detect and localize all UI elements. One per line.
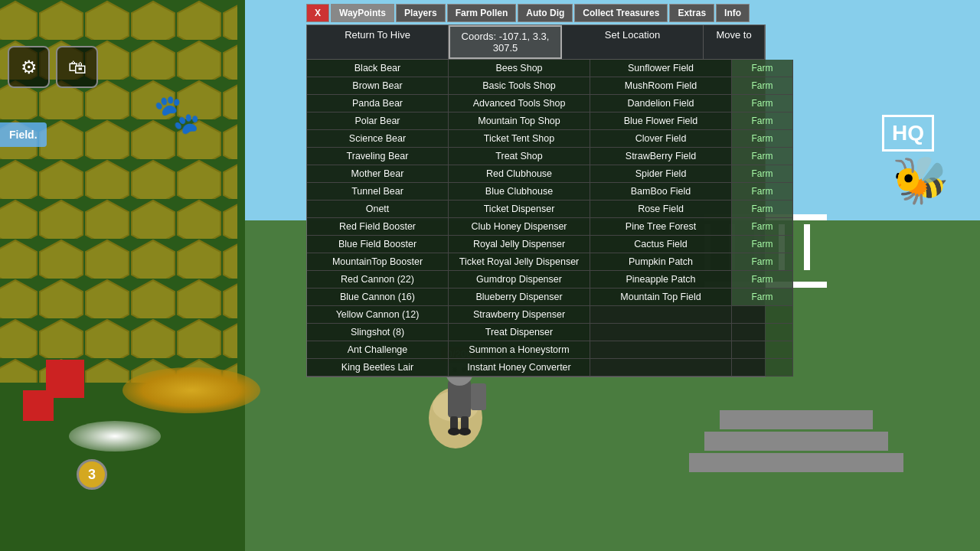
farm-btn-6[interactable]: Farm	[732, 165, 793, 183]
waypoint-col2-17[interactable]: Instant Honey Converter	[449, 359, 590, 377]
farm-btn-2[interactable]: Farm	[732, 95, 793, 112]
farm-btn-17	[732, 359, 793, 377]
waypoint-col1-15[interactable]: Slingshot (8)	[307, 324, 449, 341]
waypoint-col2-11[interactable]: Ticket Royal Jelly Dispenser	[449, 253, 590, 271]
waypoints-grid: Black BearBees ShopSunflower FieldFarmBr…	[307, 60, 765, 377]
waypoint-col2-5[interactable]: Treat Shop	[449, 148, 590, 165]
main-panel: X WayPoints Players Farm Pollen Auto Dig…	[306, 4, 766, 377]
settings-button[interactable]: ⚙	[8, 46, 50, 88]
waypoint-col1-11[interactable]: MountainTop Booster	[307, 253, 449, 271]
farm-btn-5[interactable]: Farm	[732, 148, 793, 165]
set-location-button[interactable]: Set Location	[562, 25, 704, 59]
farm-btn-7[interactable]: Farm	[732, 183, 793, 201]
bag-icon: 🛍	[68, 57, 87, 78]
farm-btn-13[interactable]: Farm	[732, 289, 793, 306]
ground-circle	[122, 367, 260, 413]
waypoint-col3-11[interactable]: Pumpkin Patch	[590, 253, 732, 271]
farm-btn-3[interactable]: Farm	[732, 112, 793, 130]
waypoint-col3-7[interactable]: BamBoo Field	[590, 183, 732, 201]
waypoint-col1-16[interactable]: Ant Challenge	[307, 341, 449, 359]
farm-btn-0[interactable]: Farm	[732, 60, 793, 77]
waypoint-col3-5[interactable]: StrawBerry Field	[590, 148, 732, 165]
waypoint-col1-5[interactable]: Traveling Bear	[307, 148, 449, 165]
waypoint-col3-4[interactable]: Clover Field	[590, 130, 732, 148]
waypoint-col2-6[interactable]: Red Clubhouse	[449, 165, 590, 183]
waypoint-col2-14[interactable]: Strawberry Dispenser	[449, 306, 590, 324]
return-to-hive-button[interactable]: Return To Hive	[307, 25, 449, 59]
farm-btn-8[interactable]: Farm	[732, 201, 793, 218]
farm-pollen-button[interactable]: Farm Pollen	[447, 4, 517, 22]
yellow-animal: 🐝	[892, 153, 949, 207]
waypoint-col3-13[interactable]: Mountain Top Field	[590, 289, 732, 306]
waypoint-col2-2[interactable]: Advanced Tools Shop	[449, 95, 590, 112]
waypoint-col2-3[interactable]: Mountain Top Shop	[449, 112, 590, 130]
red-box-2	[23, 390, 54, 421]
move-to-button[interactable]: Move to	[704, 25, 765, 59]
coords-row: Return To Hive Coords: -107.1, 3.3, 307.…	[307, 25, 765, 60]
waypoint-col2-10[interactable]: Royal Jelly Dispenser	[449, 236, 590, 253]
waypoint-col1-10[interactable]: Blue Field Booster	[307, 236, 449, 253]
waypoint-col1-12[interactable]: Red Cannon (22)	[307, 271, 449, 289]
dark-animal-figure: 🐾	[153, 92, 201, 136]
waypoint-col3-8[interactable]: Rose Field	[590, 201, 732, 218]
coords-display: Coords: -107.1, 3.3, 307.5	[449, 25, 562, 59]
waypoint-col3-0[interactable]: Sunflower Field	[590, 60, 732, 77]
waypoint-col2-15[interactable]: Treat Dispenser	[449, 324, 590, 341]
waypoint-col2-13[interactable]: Blueberry Dispenser	[449, 289, 590, 306]
top-left-icons: ⚙ 🛍	[8, 46, 98, 88]
waypoint-col1-13[interactable]: Blue Cannon (16)	[307, 289, 449, 306]
collect-treasures-button[interactable]: Collect Treasures	[574, 4, 668, 22]
waypoints-table: Return To Hive Coords: -107.1, 3.3, 307.…	[306, 24, 766, 377]
white-platform	[69, 421, 161, 452]
waypoint-col3-10[interactable]: Cactus Field	[590, 236, 732, 253]
waypoint-col3-1[interactable]: MushRoom Field	[590, 77, 732, 95]
waypoint-col3-9[interactable]: Pine Tree Forest	[590, 218, 732, 236]
farm-btn-16	[732, 341, 793, 359]
farm-btn-1[interactable]: Farm	[732, 77, 793, 95]
waypoint-col2-16[interactable]: Summon a Honeystorm	[449, 341, 590, 359]
waypoint-col2-9[interactable]: Club Honey Dispenser	[449, 218, 590, 236]
farm-btn-12[interactable]: Farm	[732, 271, 793, 289]
waypoint-col1-0[interactable]: Black Bear	[307, 60, 449, 77]
waypoint-col2-8[interactable]: Ticket Dispenser	[449, 201, 590, 218]
waypoint-col1-7[interactable]: Tunnel Bear	[307, 183, 449, 201]
waypoint-col2-4[interactable]: Ticket Tent Shop	[449, 130, 590, 148]
waypoint-col2-7[interactable]: Blue Clubhouse	[449, 183, 590, 201]
waypoint-col2-1[interactable]: Basic Tools Shop	[449, 77, 590, 95]
waypoint-col1-2[interactable]: Panda Bear	[307, 95, 449, 112]
waypoint-col3-6[interactable]: Spider Field	[590, 165, 732, 183]
svg-rect-8	[471, 383, 486, 410]
waypoint-col1-8[interactable]: Onett	[307, 201, 449, 218]
waypoint-col3-3[interactable]: Blue Flower Field	[590, 112, 732, 130]
auto-dig-button[interactable]: Auto Dig	[518, 4, 573, 22]
players-button[interactable]: Players	[396, 4, 446, 22]
gear-icon: ⚙	[21, 57, 38, 78]
waypoint-col1-1[interactable]: Brown Bear	[307, 77, 449, 95]
waypoint-col3-2[interactable]: Dandelion Field	[590, 95, 732, 112]
farm-btn-10[interactable]: Farm	[732, 236, 793, 253]
hq-sign: HQ	[882, 115, 934, 152]
waypoints-button[interactable]: WayPoints	[331, 4, 394, 22]
field-indicator: Field.	[0, 122, 47, 147]
waypoint-col3-12[interactable]: Pineapple Patch	[590, 271, 732, 289]
waypoint-col1-6[interactable]: Mother Bear	[307, 165, 449, 183]
info-button[interactable]: Info	[716, 4, 750, 22]
close-button[interactable]: X	[306, 4, 329, 22]
waypoint-col3-16	[590, 341, 732, 359]
farm-btn-14	[732, 306, 793, 324]
waypoint-col1-3[interactable]: Polar Bear	[307, 112, 449, 130]
farm-btn-11[interactable]: Farm	[732, 253, 793, 271]
waypoint-col1-9[interactable]: Red Field Booster	[307, 218, 449, 236]
extras-button[interactable]: Extras	[669, 4, 714, 22]
svg-point-12	[459, 428, 471, 435]
farm-btn-15	[732, 324, 793, 341]
farm-btn-4[interactable]: Farm	[732, 130, 793, 148]
waypoint-col1-14[interactable]: Yellow Cannon (12)	[307, 306, 449, 324]
bag-button[interactable]: 🛍	[56, 46, 98, 88]
waypoint-col3-17	[590, 359, 732, 377]
waypoint-col1-17[interactable]: King Beetles Lair	[307, 359, 449, 377]
waypoint-col2-0[interactable]: Bees Shop	[449, 60, 590, 77]
farm-btn-9[interactable]: Farm	[732, 218, 793, 236]
waypoint-col1-4[interactable]: Science Bear	[307, 130, 449, 148]
waypoint-col2-12[interactable]: Gumdrop Dispenser	[449, 271, 590, 289]
